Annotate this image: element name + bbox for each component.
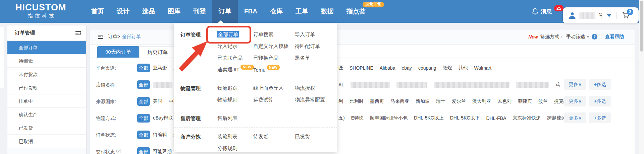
menu-item[interactable]: 自定义导入模板	[253, 43, 295, 50]
filter-option[interactable]: 波兰	[538, 98, 548, 104]
sidebar-item-unpaid[interactable]: 未付货款	[7, 68, 86, 81]
more-button[interactable]: 更多∨	[564, 112, 586, 123]
breadcrumb-current[interactable]: 全部订单	[122, 34, 141, 40]
filter-option[interactable]: 敦煌	[443, 65, 452, 71]
filter-option[interactable]: 亚马逊	[153, 65, 167, 71]
scrollbar-thumb[interactable]	[640, 1, 643, 52]
filter-option[interactable]: 可能延期	[153, 149, 172, 154]
menu-item[interactable]: 订单搜索	[253, 31, 295, 38]
filter-option[interactable]: 利	[338, 98, 343, 104]
help-question-icon[interactable]: ?	[116, 149, 121, 153]
menu-item[interactable]: 已发货	[295, 134, 334, 140]
nav-item-listing[interactable]: 刊登	[187, 0, 212, 23]
chevron-down-icon[interactable]: ∨	[587, 34, 589, 39]
menu-item[interactable]: 待匹配订单	[295, 43, 334, 50]
nav-item-orders[interactable]: 订单	[212, 0, 238, 23]
filter-option[interactable]: SHOPLINE	[350, 65, 373, 71]
filter-option[interactable]: AL	[338, 82, 344, 87]
more-button[interactable]: 更多∨	[564, 96, 586, 106]
sidebar-collapse-icon[interactable]	[75, 31, 81, 35]
user-account-area[interactable]: 号 2	[563, 7, 639, 23]
filter-all-button[interactable]: 全部	[137, 80, 150, 89]
filter-option[interactable]: DHL-5KG以上	[414, 115, 444, 121]
filter-option[interactable]: 墨西哥	[370, 98, 384, 104]
filter-option[interactable]: 待编辑	[153, 132, 167, 138]
filter-all-button[interactable]: 全部	[137, 97, 150, 106]
menu-item[interactable]: 装箱列表	[217, 134, 253, 140]
filter-option[interactable]: Alibaba	[380, 65, 395, 71]
menu-item[interactable]: 线上面单导入	[253, 85, 295, 91]
nav-item-home[interactable]: 首页	[85, 0, 110, 23]
filter-all-button[interactable]: 全部	[137, 64, 150, 72]
tab-history-orders[interactable]: 历史订单	[139, 46, 176, 58]
menu-item[interactable]: 分拣规则	[217, 145, 253, 152]
filter-option[interactable]: 其他	[459, 65, 468, 71]
sidebar-collapse-handle[interactable]	[0, 27, 4, 88]
filter-all-button[interactable]: 全部	[137, 147, 150, 154]
view-help-link[interactable]: 查看帮助	[605, 34, 624, 40]
messages-button[interactable]: 消息 25	[532, 0, 552, 23]
nav-item-fba[interactable]: FBA	[238, 0, 264, 23]
filter-option[interactable]: 马来西亚	[390, 98, 409, 104]
more-button[interactable]: 更多∨	[564, 79, 586, 90]
filter-option[interactable]: 五)	[338, 115, 345, 121]
sidebar-item-shipped[interactable]: 已发货	[7, 121, 86, 135]
sidebar-item-paid[interactable]: 已付货款	[7, 81, 86, 94]
nav-item-gallery[interactable]: 图库	[161, 0, 187, 23]
filter-option[interactable]: 澳大利亚	[472, 98, 491, 104]
menu-item[interactable]: 物流异常配置	[295, 97, 334, 103]
filter-option[interactable]: DHL-FBA	[486, 116, 506, 121]
content-collapse-icon[interactable]	[98, 34, 104, 39]
filter-option[interactable]: DHL-5KG以下	[450, 115, 480, 121]
nav-item-data[interactable]: 数据	[315, 0, 340, 23]
sidebar-item-scheduling[interactable]: 排单中	[7, 94, 86, 108]
nav-item-design[interactable]: 设计	[110, 0, 136, 23]
sidebar-item-pending-edit[interactable]: 待编辑	[7, 54, 86, 68]
filter-all-button[interactable]: 全部	[137, 131, 150, 139]
menu-item[interactable]: TemuNEW	[253, 67, 295, 73]
menu-item[interactable]: 售后列表	[217, 115, 253, 122]
filter-option[interactable]: 瑞士	[436, 98, 445, 104]
menu-item[interactable]: 物流追踪	[217, 85, 253, 91]
multi-select-button[interactable]: +多选	[589, 112, 611, 123]
nav-item-tips[interactable]: 指点荟运营干货	[340, 0, 372, 23]
filter-option[interactable]: 美国	[153, 98, 162, 104]
help-question-icon[interactable]: ?	[592, 34, 597, 40]
menu-item[interactable]: 物流授权	[295, 85, 334, 91]
menu-item[interactable]: 导入订单	[295, 31, 334, 38]
page-scrollbar[interactable]	[639, 0, 644, 154]
filter-option[interactable]: 爱尔兰	[452, 98, 466, 104]
filter-option[interactable]: 顺丰国际挂号小包	[370, 115, 408, 121]
menu-item[interactable]: 导入记录	[217, 43, 253, 50]
filter-option[interactable]: 比利时	[350, 98, 364, 104]
logo[interactable]: HiCUSTOM 指纹科技	[15, 2, 66, 19]
filter-option[interactable]: 新加坡	[416, 98, 430, 104]
menu-item[interactable]: 已关联产品	[217, 55, 253, 61]
menu-item[interactable]: 物流规则	[217, 97, 253, 103]
menu-item[interactable]: 速卖通JITNEW	[217, 67, 253, 73]
sidebar-item-confirm-production[interactable]: 确认生产	[7, 108, 86, 121]
tab-90-day-orders[interactable]: 90天内订单	[97, 46, 139, 58]
multi-select-button[interactable]: +多选	[589, 96, 611, 106]
menu-item[interactable]: 黑名单	[295, 55, 334, 61]
filter-option[interactable]: 菲律宾	[518, 98, 532, 104]
cart-button[interactable]: 2	[622, 12, 630, 19]
filter-option[interactable]: 式	[555, 82, 560, 88]
multi-select-button[interactable]: +多选	[589, 79, 611, 90]
sidebar-item-all-orders[interactable]: 全部订单	[7, 41, 86, 54]
nav-item-work-orders[interactable]: 工单	[289, 0, 315, 23]
filter-mode-value[interactable]: 手动筛选	[566, 34, 585, 40]
filter-all-button[interactable]: 全部	[137, 114, 150, 123]
menu-item[interactable]: 已转换产品	[253, 55, 295, 61]
filter-option[interactable]: Walmart	[474, 65, 492, 71]
menu-item[interactable]: 全部订单	[217, 31, 253, 38]
nav-item-product-selection[interactable]: 选品	[136, 0, 161, 23]
filter-option[interactable]: E特快	[351, 115, 364, 121]
filter-option[interactable]: ebay	[402, 65, 412, 71]
menu-item[interactable]: 待发货	[253, 134, 295, 140]
nav-item-warehouse[interactable]: 仓库	[264, 0, 289, 23]
filter-option[interactable]: 以色列	[497, 98, 512, 104]
sidebar-item-cancelled[interactable]: 已取消	[7, 135, 86, 148]
filter-option[interactable]: eBay橙联-	[153, 115, 175, 121]
filter-option[interactable]: 京东标准快递	[513, 115, 541, 121]
